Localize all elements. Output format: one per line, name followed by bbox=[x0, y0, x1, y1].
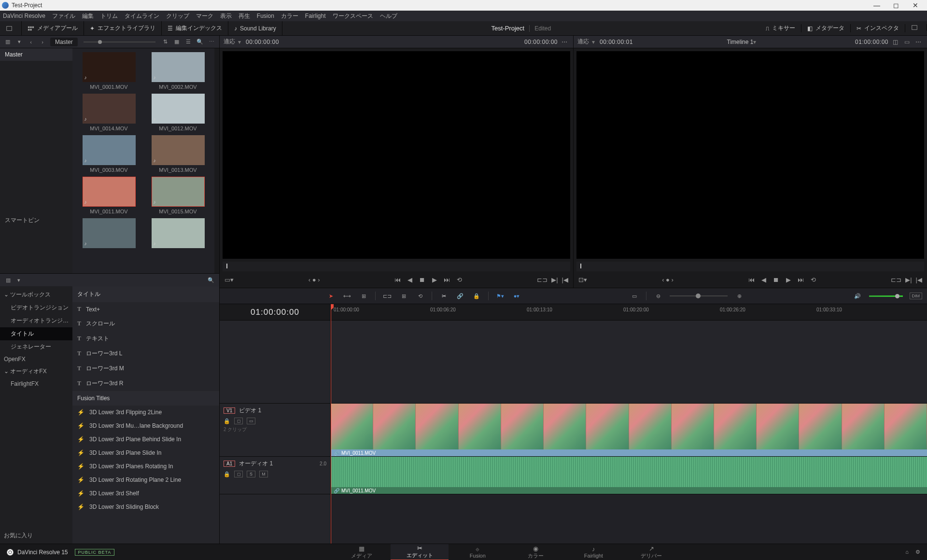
marker-icon[interactable]: ●▾ bbox=[512, 293, 521, 299]
media-clip[interactable]: ♪ bbox=[145, 218, 211, 250]
source-scrubber[interactable] bbox=[223, 262, 570, 271]
fit-dropdown[interactable]: 適応 bbox=[577, 38, 589, 46]
link-icon[interactable]: 🔗 bbox=[455, 293, 465, 299]
in-out-icon[interactable]: ⊏⊐ bbox=[537, 276, 548, 283]
grid-view-button[interactable]: ▦ bbox=[171, 37, 183, 47]
fusion-title-preset[interactable]: ⚡3D Lower 3rd Plane Slide In bbox=[72, 446, 219, 460]
media-clip[interactable]: ♪MVI_0001.MOV bbox=[76, 52, 141, 90]
title-preset[interactable]: Tローワー3rd M bbox=[72, 361, 219, 376]
media-clip[interactable]: ♪MVI_0011.MOV bbox=[76, 177, 141, 214]
next-frame-button[interactable]: ⏭ bbox=[444, 276, 450, 283]
chevron-down-icon[interactable]: ▾ bbox=[238, 39, 241, 45]
minimize-button[interactable]: — bbox=[867, 1, 886, 9]
video-clip[interactable] bbox=[331, 404, 927, 449]
timeline-timecode[interactable]: 01:00:00:00 bbox=[220, 304, 330, 321]
trim-tool[interactable]: ⟷ bbox=[342, 293, 352, 299]
mark-out-button[interactable]: |◀ bbox=[916, 276, 922, 283]
fusion-title-preset[interactable]: ⚡3D Lower 3rd Plane Behind Slide In bbox=[72, 433, 219, 446]
page-tab-メディア[interactable]: ▦メディア bbox=[333, 544, 391, 560]
fx-search-button[interactable]: 🔍 bbox=[206, 277, 216, 283]
mark-in-button[interactable]: ▶| bbox=[905, 276, 912, 283]
media-clip[interactable]: ♪MVI_0013.MOV bbox=[145, 135, 211, 173]
effects-category[interactable]: OpenFX bbox=[0, 353, 72, 365]
menu-item[interactable]: DaVinci Resolve bbox=[3, 13, 45, 19]
stop-button[interactable]: ⏹ bbox=[419, 276, 425, 283]
zoom-slider[interactable] bbox=[670, 295, 728, 296]
smart-bins-header[interactable]: スマートビン bbox=[0, 213, 72, 227]
menu-item[interactable]: ファイル bbox=[52, 12, 75, 20]
effects-category[interactable]: ジェネレーター bbox=[0, 340, 72, 353]
chevron-down-icon[interactable]: ▾ bbox=[753, 39, 756, 45]
track-display-icon[interactable]: ▭ bbox=[247, 418, 255, 424]
lock-icon[interactable]: 🔒 bbox=[472, 293, 481, 299]
effects-category[interactable]: ⌄ ツールボックス bbox=[0, 288, 72, 301]
media-clip[interactable]: ♪MVI_0003.MOV bbox=[76, 135, 141, 173]
dynamic-trim-tool[interactable]: ⊞ bbox=[359, 293, 368, 299]
jog-left-icon[interactable]: ‹ ● › bbox=[309, 276, 320, 283]
menu-item[interactable]: ワークスペース bbox=[333, 12, 373, 20]
collapse-button[interactable] bbox=[905, 24, 927, 31]
effects-category[interactable]: ビデオトランジション bbox=[0, 301, 72, 314]
auto-select-icon[interactable]: ◻ bbox=[234, 471, 243, 477]
menu-item[interactable]: タイムライン bbox=[125, 12, 159, 20]
source-options-icon[interactable]: ⋯ bbox=[560, 39, 569, 45]
bin-view-button[interactable]: ▥ bbox=[2, 37, 14, 47]
fusion-title-preset[interactable]: ⚡3D Lower 3rd Shelf bbox=[72, 487, 219, 500]
in-out-icon[interactable]: ⊏⊐ bbox=[891, 276, 901, 283]
thumb-size-slider[interactable] bbox=[84, 42, 155, 42]
bin-path[interactable]: Master bbox=[50, 38, 78, 46]
first-frame-button[interactable]: ⏮ bbox=[394, 276, 401, 283]
effects-category[interactable]: タイトル bbox=[0, 327, 72, 340]
match-frame-icon[interactable]: ▭▾ bbox=[225, 276, 234, 283]
video-track-lane[interactable]: 🔗MVI_0011.MOV bbox=[331, 404, 927, 457]
track-tag-a1[interactable]: A1 bbox=[224, 461, 235, 467]
prev-frame-button[interactable]: ◀ bbox=[761, 276, 766, 283]
source-tc-out[interactable]: 00:00:00:00 bbox=[524, 39, 558, 45]
dropdown-icon[interactable]: ▾ bbox=[14, 37, 25, 47]
page-tab-fairlight[interactable]: ♪Fairlight bbox=[564, 544, 622, 560]
prev-frame-button[interactable]: ◀ bbox=[407, 276, 412, 283]
bypass-grade-icon[interactable]: ◫ bbox=[890, 39, 900, 45]
page-tab-エディット[interactable]: ✂エディット bbox=[391, 544, 449, 560]
zoom-in-button[interactable]: ⊕ bbox=[734, 293, 744, 299]
volume-icon[interactable]: 🔊 bbox=[853, 293, 862, 299]
match-frame-icon[interactable]: ⊡▾ bbox=[578, 276, 587, 283]
viewer-mode-icon[interactable]: ▭ bbox=[902, 39, 912, 45]
menu-item[interactable]: ヘルプ bbox=[380, 12, 397, 20]
media-clip[interactable]: ♪MVI_0014.MOV bbox=[76, 94, 141, 131]
menu-item[interactable]: Fairlight bbox=[305, 13, 326, 19]
sound-library-button[interactable]: ♪Sound Library bbox=[228, 21, 282, 35]
source-tc-in[interactable]: 00:00:00:00 bbox=[246, 39, 279, 45]
title-preset[interactable]: Tローワー3rd L bbox=[72, 346, 219, 361]
fusion-title-preset[interactable]: ⚡3D Lower 3rd Mu…lane Background bbox=[72, 419, 219, 433]
media-pool-button[interactable]: メディアプール bbox=[22, 21, 84, 35]
zoom-out-button[interactable]: ⊖ bbox=[653, 293, 663, 299]
dim-button[interactable]: DIM bbox=[910, 293, 923, 299]
mark-out-button[interactable]: |◀ bbox=[562, 276, 568, 283]
close-button[interactable]: ✕ bbox=[906, 1, 925, 9]
title-preset[interactable]: Tスクロール bbox=[72, 316, 219, 331]
audio-track-header[interactable]: A1オーディオ 12.0 🔒◻SM bbox=[220, 457, 330, 494]
effects-category[interactable]: オーディオトランジ… bbox=[0, 314, 72, 327]
search-button[interactable]: 🔍 bbox=[194, 37, 206, 47]
audio-clip[interactable] bbox=[331, 457, 927, 487]
video-track-header[interactable]: V1ビデオ 1 🔒◻▭ 2 クリップ bbox=[220, 404, 330, 457]
next-frame-button[interactable]: ⏭ bbox=[798, 276, 804, 283]
nav-fwd-button[interactable]: › bbox=[37, 37, 48, 47]
metadata-button[interactable]: ◧メタデータ bbox=[801, 24, 851, 32]
options-button[interactable]: ⋯ bbox=[206, 37, 217, 47]
menu-item[interactable]: カラー bbox=[281, 12, 298, 20]
overwrite-tool[interactable]: ⟲ bbox=[415, 293, 425, 299]
stop-button[interactable]: ⏹ bbox=[773, 276, 779, 283]
inspector-button[interactable]: ✂インスペクタ bbox=[851, 24, 905, 32]
selection-tool[interactable]: ➤ bbox=[326, 293, 336, 299]
list-view-button[interactable]: ☰ bbox=[183, 37, 194, 47]
solo-button[interactable]: S bbox=[247, 471, 255, 477]
edit-index-button[interactable]: ☰編集インデックス bbox=[162, 21, 228, 35]
chevron-down-icon[interactable]: ▾ bbox=[592, 39, 595, 45]
timeline-screen[interactable] bbox=[576, 51, 924, 259]
timeline-scrubber[interactable] bbox=[576, 262, 924, 271]
effects-library-button[interactable]: ✦エフェクトライブラリ bbox=[84, 21, 162, 35]
home-button[interactable]: ⌂ bbox=[905, 549, 909, 555]
menu-item[interactable]: トリム bbox=[100, 12, 118, 20]
